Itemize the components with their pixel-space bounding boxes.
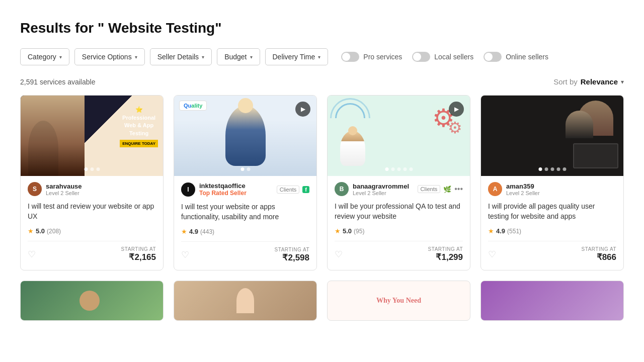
filter-service-options[interactable]: Service Options ▾ [74, 48, 145, 65]
image-dots-1 [84, 167, 100, 171]
local-sellers-toggle[interactable] [412, 52, 430, 62]
rating-score-4: 4.9 [496, 227, 505, 235]
filters-row: Category ▾ Service Options ▾ Seller Deta… [20, 48, 624, 75]
card-image-1: ⭐ Professional Web & App Testing ENQUIRE… [21, 96, 163, 176]
rating-row-4: ★ 4.9 (551) [488, 227, 616, 235]
favorite-button-4[interactable]: ♡ [488, 249, 496, 260]
results-bar: 2,591 services available Sort by Relevan… [20, 75, 624, 95]
gig-card-1[interactable]: ⭐ Professional Web & App Testing ENQUIRE… [20, 95, 164, 270]
image-dots-2 [240, 167, 250, 171]
star-icon-1: ★ [28, 227, 34, 235]
card-body-1: S sarahvause Level 2 Seller I will test … [21, 176, 163, 269]
card-body-2: I inktestqaoffice Top Rated Seller Clien… [174, 176, 316, 270]
avatar-2: I [181, 183, 195, 197]
rating-row-3: ★ 5.0 (95) [335, 227, 463, 235]
starting-at-label-1: STARTING AT [121, 246, 156, 252]
image-dots-3 [385, 167, 413, 171]
seller-info-2: I inktestqaoffice Top Rated Seller Clien… [181, 182, 309, 197]
bottom-card-text-3: Why You Need [372, 293, 425, 309]
starting-at-label-2: STARTING AT [275, 247, 309, 252]
play-button-2[interactable]: ▶ [295, 102, 310, 117]
avatar-3: B [335, 182, 349, 196]
toggles-group: Pro services Local sellers Online seller… [341, 52, 548, 62]
rating-count-1: (208) [47, 228, 61, 235]
card-image-4 [481, 96, 623, 176]
toggle-pro-services: Pro services [341, 52, 402, 62]
card-title-2: I will test your website or apps functio… [181, 202, 309, 223]
clients-badge-2: Clients [277, 186, 300, 194]
price-4: ₹866 [582, 252, 616, 262]
bottom-cards-row: Why You Need [20, 281, 624, 321]
card-footer-1: ♡ STARTING AT ₹2,165 [28, 241, 156, 262]
card-image-2: Quality ▶ [174, 96, 316, 176]
gig-card-3[interactable]: ⚙ ⚙ ▶ [327, 95, 470, 270]
favorite-button-1[interactable]: ♡ [28, 249, 36, 260]
seller-info-1: S sarahvause Level 2 Seller [28, 182, 156, 196]
bottom-card-2[interactable] [174, 281, 317, 321]
pro-services-toggle[interactable] [341, 52, 359, 62]
toggle-online-sellers: Online sellers [484, 52, 548, 62]
card-footer-3: ♡ STARTING AT ₹1,299 [335, 241, 463, 262]
starting-at-label-4: STARTING AT [582, 246, 616, 252]
filter-seller-details[interactable]: Seller Details ▾ [150, 48, 212, 65]
seller-name-2: inktestqaoffice [199, 182, 247, 190]
filter-category[interactable]: Category ▾ [20, 48, 69, 65]
seller-name-3: banaagravrommel [353, 183, 409, 190]
more-button-3[interactable]: ••• [454, 185, 463, 194]
seller-name-1: sarahvause [46, 183, 82, 190]
bottom-card-4[interactable] [480, 281, 624, 321]
filter-delivery-time[interactable]: Delivery Time ▾ [265, 48, 329, 65]
gig-card-4[interactable]: A aman359 Level 2 Seller I will provide … [480, 95, 624, 270]
sort-prefix: Sort by [553, 77, 578, 86]
clients-badge-3: Clients [418, 185, 441, 193]
rating-row-1: ★ 5.0 (208) [28, 227, 156, 235]
results-count: 2,591 services available [20, 78, 95, 86]
seller-name-4: aman359 [506, 183, 540, 190]
starting-at-label-3: STARTING AT [428, 246, 463, 252]
filter-budget[interactable]: Budget ▾ [217, 48, 260, 65]
rating-count-2: (443) [200, 228, 214, 235]
rating-score-1: 5.0 [36, 227, 45, 235]
card-footer-2: ♡ STARTING AT ₹2,598 [181, 241, 309, 263]
avatar-4: A [488, 182, 502, 196]
price-1: ₹2,165 [121, 252, 156, 262]
chevron-down-icon: ▾ [318, 54, 320, 60]
card-image-3: ⚙ ⚙ ▶ [328, 96, 470, 176]
seller-level-4: Level 2 Seller [506, 190, 540, 196]
rating-score-3: 5.0 [343, 227, 352, 235]
bottom-card-1[interactable] [20, 281, 164, 321]
sort-by-control[interactable]: Sort by Relevance ▾ [553, 77, 624, 86]
sort-value: Relevance [581, 77, 618, 86]
price-2: ₹2,598 [275, 252, 309, 263]
favorite-button-3[interactable]: ♡ [335, 249, 343, 260]
chevron-down-icon: ▾ [202, 54, 204, 60]
fi-badge-2: f [302, 186, 309, 193]
leaf-icon-3: 🌿 [443, 186, 451, 193]
page-title: Results for " Website Testing" [20, 0, 624, 48]
cards-grid: ⭐ Professional Web & App Testing ENQUIRE… [20, 95, 624, 270]
top-rated-badge-2: Top Rated Seller [199, 190, 247, 197]
seller-level-3: Level 2 Seller [353, 190, 409, 196]
favorite-button-2[interactable]: ♡ [181, 249, 189, 260]
chevron-down-icon: ▾ [135, 54, 137, 60]
star-icon-2: ★ [181, 228, 187, 235]
card-title-3: I will be your professional QA to test a… [335, 201, 463, 222]
rating-count-3: (95) [354, 228, 364, 235]
star-icon-3: ★ [335, 227, 341, 235]
chevron-down-icon: ▾ [59, 54, 62, 60]
rating-score-2: 4.9 [189, 228, 198, 235]
rating-row-2: ★ 4.9 (443) [181, 228, 309, 235]
gig-card-2[interactable]: Quality ▶ I inktestqaoffice [174, 95, 317, 270]
avatar-1: S [28, 182, 42, 196]
card-footer-4: ♡ STARTING AT ₹866 [488, 241, 616, 262]
seller-info-3: B banaagravrommel Level 2 Seller Clients… [335, 182, 463, 196]
price-3: ₹1,299 [428, 252, 463, 262]
bottom-card-3[interactable]: Why You Need [327, 281, 470, 321]
play-button-3[interactable]: ▶ [449, 102, 464, 117]
page-container: Results for " Website Testing" Category … [0, 0, 644, 362]
toggle-local-sellers: Local sellers [412, 52, 473, 62]
seller-level-1: Level 2 Seller [46, 190, 82, 196]
online-sellers-toggle[interactable] [484, 52, 502, 62]
chevron-down-icon: ▾ [621, 78, 624, 85]
image-dots-4 [538, 167, 566, 171]
